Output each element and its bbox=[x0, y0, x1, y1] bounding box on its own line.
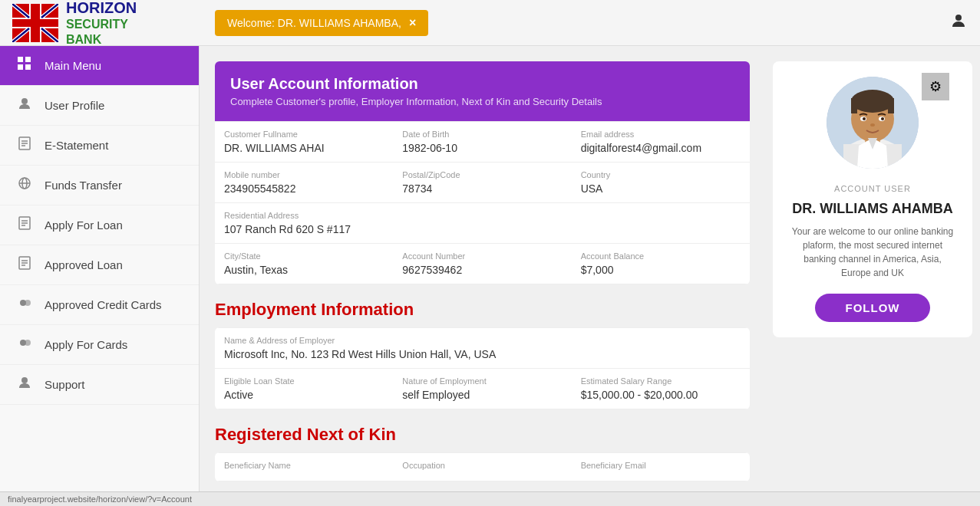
e-statement-icon bbox=[15, 136, 34, 154]
url-bar: finalyearproject.website/horizon/view/?v… bbox=[0, 491, 980, 506]
loan-state-value: Active bbox=[224, 389, 384, 401]
sidebar-item-support[interactable]: Support bbox=[0, 365, 199, 405]
account-user-description: Your are welcome to our online banking p… bbox=[788, 225, 957, 280]
account-info-grid: Customer Fullname DR. WILLIAMS AHAI Date… bbox=[215, 121, 750, 284]
address-label: Residential Address bbox=[224, 211, 741, 220]
url-text: finalyearproject.website/horizon/view/?v… bbox=[8, 495, 192, 504]
logo-text: HORIZON SECURITY BANK bbox=[66, 0, 137, 47]
sidebar-item-funds-transfer[interactable]: Funds Transfer bbox=[0, 166, 199, 205]
dob-cell: Date of Birth 1982-06-10 bbox=[393, 122, 571, 163]
employer-cell: Name & Address of Employer Microsoft Inc… bbox=[215, 328, 750, 369]
funds-transfer-label: Funds Transfer bbox=[45, 179, 122, 192]
svg-rect-14 bbox=[18, 57, 23, 62]
sidebar: Main MenuUser ProfileE-StatementFunds Tr… bbox=[0, 46, 200, 491]
country-label: Country bbox=[581, 170, 741, 179]
salary-cell: Estimated Salary Range $15,000.00 - $20,… bbox=[572, 369, 750, 409]
follow-button[interactable]: FOLLOW bbox=[815, 294, 931, 322]
beneficiary-email-label: Beneficiary Email bbox=[581, 461, 741, 470]
card-header: User Account Information Complete Custom… bbox=[215, 61, 750, 121]
right-panel: ⚙ ACCOUNT USER DR. WILLIAMS AHAMBA Your … bbox=[765, 46, 980, 491]
svg-point-52 bbox=[881, 117, 884, 120]
account-number-label: Account Number bbox=[402, 251, 562, 261]
email-cell: Email address digitalforest4@gmail.com bbox=[572, 122, 750, 163]
salary-value: $15,000.00 - $20,000.00 bbox=[581, 389, 741, 401]
gear-button[interactable]: ⚙ bbox=[922, 73, 949, 100]
sidebar-item-approved-credit-cards[interactable]: Approved Credit Cards bbox=[0, 285, 199, 325]
postal-cell: Postal/ZipCode 78734 bbox=[393, 163, 571, 203]
top-bar: HORIZON SECURITY BANK Welcome: DR. WILLI… bbox=[0, 0, 980, 46]
emp-nature-label: Nature of Employment bbox=[402, 376, 562, 386]
e-statement-label: E-Statement bbox=[45, 139, 108, 152]
beneficiary-name-label: Beneficiary Name bbox=[224, 461, 384, 470]
dob-label: Date of Birth bbox=[402, 130, 562, 139]
address-value: 107 Ranch Rd 620 S #117 bbox=[224, 223, 741, 235]
sidebar-item-e-statement[interactable]: E-Statement bbox=[0, 126, 199, 166]
sidebar-item-apply-for-loan[interactable]: Apply For Loan bbox=[0, 205, 199, 245]
country-value: USA bbox=[581, 182, 741, 195]
svg-point-46 bbox=[851, 90, 894, 113]
user-profile-label: User Profile bbox=[45, 99, 104, 112]
apply-for-cards-icon bbox=[15, 336, 34, 353]
apply-for-loan-icon bbox=[15, 216, 34, 234]
approved-loan-icon bbox=[15, 256, 34, 274]
account-icon[interactable] bbox=[949, 12, 968, 34]
address-cell: Residential Address 107 Ranch Rd 620 S #… bbox=[215, 203, 750, 244]
sidebar-item-approved-loan[interactable]: Approved Loan bbox=[0, 245, 199, 285]
main-layout: Main MenuUser ProfileE-StatementFunds Tr… bbox=[0, 46, 980, 491]
welcome-text: Welcome: DR. WILLIAMS AHAMBA, bbox=[227, 17, 401, 29]
funds-transfer-icon bbox=[15, 176, 34, 194]
svg-point-18 bbox=[21, 98, 28, 104]
employment-card: Name & Address of Employer Microsoft Inc… bbox=[215, 327, 750, 409]
main-menu-icon bbox=[15, 57, 34, 74]
svg-rect-16 bbox=[18, 64, 23, 70]
svg-rect-4 bbox=[12, 19, 58, 27]
salary-label: Estimated Salary Range bbox=[581, 376, 741, 386]
approved-credit-cards-label: Approved Credit Cards bbox=[45, 298, 162, 311]
sidebar-item-main-menu[interactable]: Main Menu bbox=[0, 46, 199, 86]
gear-icon: ⚙ bbox=[929, 78, 942, 95]
account-info-card: User Account Information Complete Custom… bbox=[215, 61, 750, 284]
svg-point-51 bbox=[863, 117, 866, 120]
logo-flag bbox=[12, 4, 58, 42]
employment-title: Employment Information bbox=[215, 300, 750, 320]
logo-bank: BANK bbox=[66, 32, 137, 47]
dob-value: 1982-06-10 bbox=[402, 142, 562, 154]
country-cell: Country USA bbox=[572, 163, 750, 203]
approved-credit-cards-icon bbox=[15, 296, 34, 314]
account-balance-label: Account Balance bbox=[581, 251, 741, 261]
email-label: Email address bbox=[581, 130, 741, 139]
next-of-kin-section: Registered Next of Kin Beneficiary Name … bbox=[215, 425, 750, 481]
logo-security: SECURITY bbox=[66, 17, 137, 31]
svg-rect-48 bbox=[888, 98, 894, 113]
svg-point-13 bbox=[955, 15, 962, 21]
main-menu-label: Main Menu bbox=[45, 59, 101, 72]
loan-state-label: Eligible Loan State bbox=[224, 376, 384, 386]
account-user-name: DR. WILLIAMS AHAMBA bbox=[792, 201, 952, 217]
account-number-cell: Account Number 9627539462 bbox=[393, 244, 571, 284]
postal-value: 78734 bbox=[402, 182, 562, 195]
sidebar-item-apply-for-cards[interactable]: Apply For Cards bbox=[0, 325, 199, 365]
account-balance-value: $7,000 bbox=[581, 264, 741, 276]
svg-point-38 bbox=[21, 377, 28, 383]
avatar bbox=[827, 77, 919, 169]
fullname-value: DR. WILLIAMS AHAI bbox=[224, 142, 384, 154]
sidebar-item-user-profile[interactable]: User Profile bbox=[0, 86, 199, 126]
user-profile-icon bbox=[15, 97, 34, 114]
fullname-cell: Customer Fullname DR. WILLIAMS AHAI bbox=[215, 122, 393, 163]
logo-area: HORIZON SECURITY BANK bbox=[12, 0, 137, 47]
mobile-label: Mobile number bbox=[224, 170, 384, 179]
city-state-value: Austin, Texas bbox=[224, 264, 384, 276]
postal-label: Postal/ZipCode bbox=[402, 170, 562, 179]
approved-loan-label: Approved Loan bbox=[45, 258, 123, 271]
employment-section: Employment Information Name & Address of… bbox=[215, 300, 750, 409]
svg-rect-15 bbox=[25, 57, 31, 62]
close-welcome-button[interactable]: × bbox=[409, 16, 416, 30]
beneficiary-email-cell: Beneficiary Email bbox=[572, 453, 750, 481]
mobile-value: 234905545822 bbox=[224, 182, 384, 195]
svg-point-35 bbox=[25, 300, 31, 306]
account-balance-cell: Account Balance $7,000 bbox=[572, 244, 750, 284]
svg-rect-47 bbox=[851, 98, 857, 113]
card-title: User Account Information bbox=[230, 75, 734, 93]
beneficiary-name-cell: Beneficiary Name bbox=[215, 453, 393, 481]
profile-card: ⚙ ACCOUNT USER DR. WILLIAMS AHAMBA Your … bbox=[773, 61, 972, 337]
